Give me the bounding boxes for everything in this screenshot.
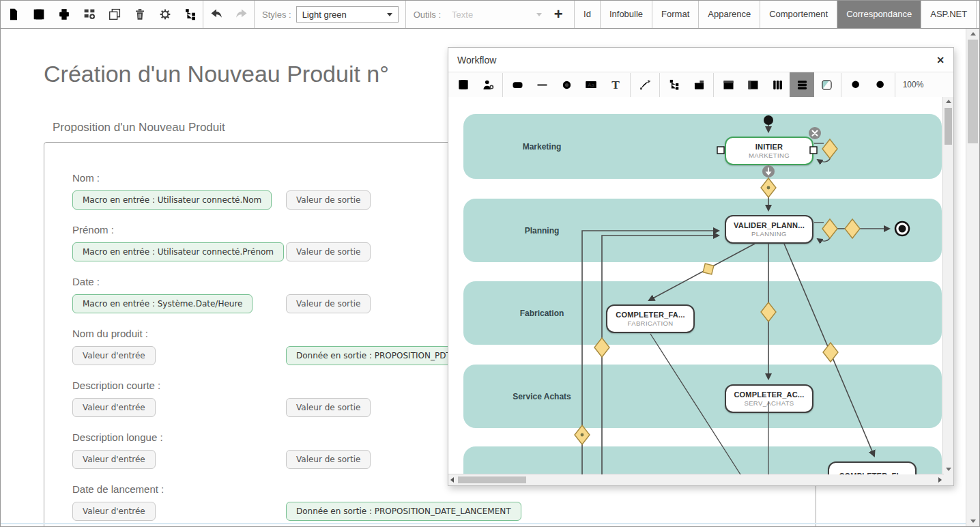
tab-infobulle[interactable]: Infobulle [600,1,652,28]
workflow-canvas[interactable]: Marketing Planning Fabrication Service A… [448,97,943,474]
workflow-toolbar: Aa T [448,72,953,98]
scroll-up-icon[interactable] [970,32,976,35]
output-data-button[interactable]: Donnée en sortie : PROPOSITION_DATE_LANC… [286,502,521,521]
node-subtitle: MARKETING [749,152,790,159]
wf-save-icon[interactable] [451,72,476,97]
rounded-rect-tool-icon[interactable] [505,72,530,97]
scroll-left-icon[interactable] [450,477,454,483]
undo-icon[interactable] [203,1,229,28]
add-blocks-icon[interactable] [76,1,102,28]
input-value-button[interactable]: Valeur d'entrée [72,346,156,365]
property-tabs: Id Infobulle Format Apparence Comporteme… [574,1,977,28]
zoom-out-icon[interactable] [844,72,868,97]
table-rows-icon[interactable] [740,72,765,97]
scroll-down-icon[interactable] [946,468,951,471]
page-vertical-scrollbar[interactable] [966,29,979,526]
connector-pen-tool-icon[interactable] [633,72,657,97]
add-user-icon[interactable] [476,72,500,97]
end-node-tool-icon[interactable] [554,72,579,97]
line-tool-icon[interactable] [530,72,554,97]
tab-apparence[interactable]: Apparence [698,1,760,28]
tab-correspondance[interactable]: Correspondance [837,1,921,28]
label-box-tool-icon[interactable]: Aa [579,72,603,97]
gateway-diamond [575,425,590,444]
outils-label: Outils : [414,10,441,20]
node-title: COMPLETER_FI... [839,472,905,475]
outils-select[interactable]: Texte [446,6,548,23]
node-completer-fabrication[interactable]: COMPLETER_FA... FABRICATION [606,304,695,333]
svg-text:Aa: Aa [588,82,594,88]
scroll-up-icon[interactable] [946,100,951,103]
styles-select-value: Light green [302,10,347,20]
add-button[interactable]: + [548,1,568,28]
hierarchy-icon[interactable] [177,1,203,28]
macro-input-button[interactable]: Macro en entrée : Système.Date/Heure [72,294,253,313]
node-title: INITIER [755,143,783,151]
workflow-horizontal-scrollbar[interactable] [448,474,944,485]
input-value-button[interactable]: Valeur d'entrée [72,450,156,469]
vertical-lanes-icon[interactable] [765,72,790,97]
output-value-button[interactable]: Valeur de sortie [286,242,371,261]
main-toolbar: Styles : Light green Outils : Texte + Id… [1,1,979,29]
macro-input-button[interactable]: Macro en entrée : Utilisateur connecté.P… [72,242,284,261]
expand-icon[interactable] [977,5,980,23]
new-document-icon[interactable] [1,1,26,28]
theme-color-icon[interactable] [814,72,839,97]
wf-hierarchy-icon[interactable] [662,72,687,97]
page-title: Création d'un Nouveau Produit n° [44,61,389,87]
lane-fabrication: Fabrication [463,281,942,345]
gateway-square [703,264,714,274]
page-tab-icon[interactable] [687,72,711,97]
output-value-button[interactable]: Valeur de sortie [286,398,371,417]
scrollbar-thumb[interactable] [458,476,526,483]
print-icon[interactable] [51,1,76,28]
node-initier[interactable]: INITIER MARKETING [725,137,813,165]
node-subtitle: PLANNING [751,230,787,238]
save-icon[interactable] [26,1,51,28]
tab-aspnet[interactable]: ASP.NET [921,1,976,28]
horizontal-lanes-icon[interactable] [790,72,814,97]
node-completer-fi[interactable]: COMPLETER_FI... [828,461,917,474]
redo-icon[interactable] [229,1,254,28]
output-value-button[interactable]: Valeur de sortie [286,294,371,313]
lane-label: Service Achats [491,392,593,401]
scrollbar-thumb[interactable] [945,108,952,145]
text-tool-icon[interactable]: T [603,72,628,97]
input-value-button[interactable]: Valeur d'entrée [72,502,156,521]
workflow-vertical-scrollbar[interactable] [942,97,953,485]
svg-text:T: T [611,78,620,91]
delete-icon[interactable] [127,1,152,28]
styles-select[interactable]: Light green [296,6,399,23]
node-valider-planning[interactable]: VALIDER_PLANN... PLANNING [725,215,813,244]
outils-select-value: Texte [452,10,473,20]
output-data-button[interactable]: Donnée en sortie : PROPOSITION_PDT [286,346,461,365]
section-title: Proposition d'un Nouveau Produit [53,121,225,134]
close-icon[interactable]: ✕ [936,55,945,66]
settings-gear-icon[interactable] [152,1,177,28]
chevron-down-icon [387,13,392,16]
toolbar-divider [254,1,255,28]
node-subtitle: FABRICATION [627,319,673,327]
scroll-right-icon[interactable] [938,477,942,483]
lane-service-achats: Service Achats [463,365,942,428]
macro-input-button[interactable]: Macro en entrée : Utilisateur connecté.N… [72,190,272,210]
tab-comportement[interactable]: Comportement [760,1,837,28]
duplicate-icon[interactable] [102,1,127,28]
output-value-button[interactable]: Valeur de sortie [286,190,371,210]
tab-id[interactable]: Id [574,1,600,28]
chevron-down-icon [536,13,542,16]
page-bottom-divider [1,523,966,524]
node-title: COMPLETER_FA... [616,311,684,319]
tab-format[interactable]: Format [652,1,698,28]
output-value-button[interactable]: Valeur de sortie [286,450,371,469]
input-value-button[interactable]: Valeur d'entrée [72,398,156,417]
zoom-level-value: 100% [897,80,929,89]
node-completer-achats[interactable]: COMPLETER_AC... SERV_ACHATS [725,384,813,413]
scrollbar-thumb[interactable] [968,40,978,143]
gateway-diamond [761,178,776,197]
table-columns-icon[interactable] [716,72,740,97]
zoom-in-icon[interactable] [868,72,893,97]
toolbar-divider [405,1,406,28]
scroll-down-icon[interactable] [970,519,976,523]
workflow-dialog-titlebar[interactable]: Workflow ✕ [448,48,953,72]
